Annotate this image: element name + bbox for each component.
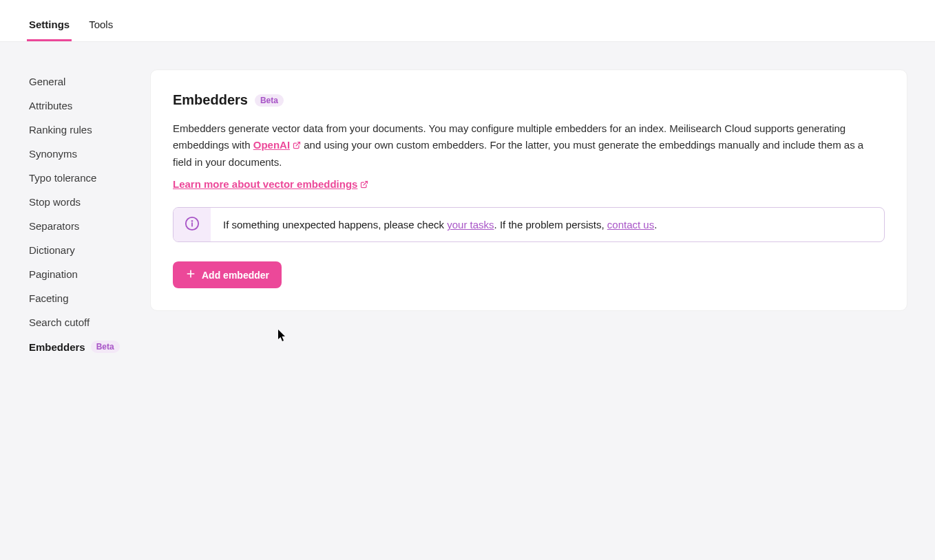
sidebar-item-stop-words[interactable]: Stop words [29, 190, 150, 214]
sidebar-item-synonyms[interactable]: Synonyms [29, 142, 150, 166]
sidebar: General Attributes Ranking rules Synonym… [0, 42, 150, 359]
contact-us-link[interactable]: contact us [607, 219, 654, 230]
sidebar-item-label: Typo tolerance [29, 172, 96, 184]
alert-suffix: . [654, 219, 657, 230]
embedders-card: Embedders Beta Embedders generate vector… [150, 69, 907, 311]
add-embedder-label: Add embedder [202, 270, 269, 281]
tabs: Settings Tools [29, 10, 113, 41]
sidebar-item-ranking-rules[interactable]: Ranking rules [29, 118, 150, 142]
info-alert: If something unexpected happens, please … [173, 207, 885, 242]
svg-line-1 [364, 182, 368, 186]
external-link-icon [293, 138, 301, 154]
sidebar-item-label: Ranking rules [29, 124, 92, 136]
card-header: Embedders Beta [173, 92, 885, 108]
tab-tools[interactable]: Tools [89, 10, 113, 41]
sidebar-item-label: Attributes [29, 100, 72, 111]
sidebar-item-label: Search cutoff [29, 316, 90, 328]
info-icon [185, 216, 200, 233]
description: Embedders generate vector data from your… [173, 120, 885, 171]
sidebar-item-label: Separators [29, 220, 79, 232]
openai-link[interactable]: OpenAI [253, 139, 301, 151]
sidebar-item-label: Faceting [29, 292, 69, 304]
sidebar-item-dictionary[interactable]: Dictionary [29, 238, 150, 262]
main-content: Embedders Beta Embedders generate vector… [150, 42, 935, 359]
learn-more-row: Learn more about vector embeddings [173, 176, 885, 193]
sidebar-item-general[interactable]: General [29, 69, 150, 94]
svg-point-4 [192, 221, 193, 222]
add-embedder-button[interactable]: Add embedder [173, 261, 282, 288]
page-title: Embedders [173, 92, 248, 108]
sidebar-item-search-cutoff[interactable]: Search cutoff [29, 310, 150, 334]
sidebar-item-label: Embedders [29, 341, 85, 353]
sidebar-item-label: General [29, 76, 65, 87]
alert-prefix: If something unexpected happens, please … [223, 219, 444, 230]
sidebar-item-label: Stop words [29, 196, 81, 208]
alert-text: If something unexpected happens, please … [211, 208, 669, 241]
learn-more-link[interactable]: Learn more about vector embeddings [173, 178, 368, 190]
sidebar-item-label: Synonyms [29, 148, 77, 160]
sidebar-item-embedders[interactable]: Embedders Beta [29, 334, 150, 359]
plus-icon [185, 268, 196, 281]
sidebar-item-label: Pagination [29, 268, 78, 280]
beta-badge: Beta [91, 341, 120, 353]
sidebar-item-separators[interactable]: Separators [29, 214, 150, 238]
tab-settings[interactable]: Settings [29, 10, 70, 41]
sidebar-item-pagination[interactable]: Pagination [29, 262, 150, 286]
info-icon-wrap [174, 208, 211, 241]
sidebar-item-typo-tolerance[interactable]: Typo tolerance [29, 166, 150, 190]
topbar: Settings Tools [0, 0, 935, 42]
sidebar-item-attributes[interactable]: Attributes [29, 94, 150, 118]
alert-middle: . If the problem persists, [494, 219, 605, 230]
svg-line-0 [296, 142, 300, 147]
your-tasks-link[interactable]: your tasks [447, 219, 494, 230]
sidebar-item-faceting[interactable]: Faceting [29, 286, 150, 310]
sidebar-item-label: Dictionary [29, 244, 75, 256]
beta-badge: Beta [255, 94, 284, 107]
external-link-icon [360, 177, 368, 193]
